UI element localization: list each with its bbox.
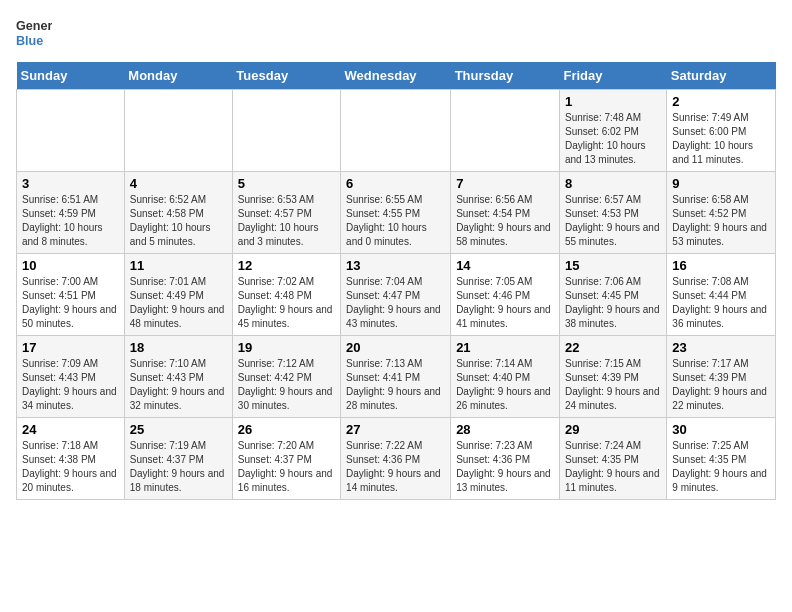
day-info: Sunrise: 6:55 AM Sunset: 4:55 PM Dayligh…	[346, 193, 445, 249]
calendar-cell: 3Sunrise: 6:51 AM Sunset: 4:59 PM Daylig…	[17, 172, 125, 254]
day-info: Sunrise: 7:10 AM Sunset: 4:43 PM Dayligh…	[130, 357, 227, 413]
calendar-cell	[341, 90, 451, 172]
calendar-cell: 9Sunrise: 6:58 AM Sunset: 4:52 PM Daylig…	[667, 172, 776, 254]
day-number: 19	[238, 340, 335, 355]
week-row-4: 24Sunrise: 7:18 AM Sunset: 4:38 PM Dayli…	[17, 418, 776, 500]
day-number: 13	[346, 258, 445, 273]
calendar-cell	[232, 90, 340, 172]
day-info: Sunrise: 7:24 AM Sunset: 4:35 PM Dayligh…	[565, 439, 661, 495]
day-info: Sunrise: 6:52 AM Sunset: 4:58 PM Dayligh…	[130, 193, 227, 249]
calendar-cell: 19Sunrise: 7:12 AM Sunset: 4:42 PM Dayli…	[232, 336, 340, 418]
week-row-0: 1Sunrise: 7:48 AM Sunset: 6:02 PM Daylig…	[17, 90, 776, 172]
day-info: Sunrise: 7:23 AM Sunset: 4:36 PM Dayligh…	[456, 439, 554, 495]
day-info: Sunrise: 6:56 AM Sunset: 4:54 PM Dayligh…	[456, 193, 554, 249]
calendar-cell: 21Sunrise: 7:14 AM Sunset: 4:40 PM Dayli…	[451, 336, 560, 418]
day-number: 28	[456, 422, 554, 437]
header-wednesday: Wednesday	[341, 62, 451, 90]
day-info: Sunrise: 7:04 AM Sunset: 4:47 PM Dayligh…	[346, 275, 445, 331]
calendar-cell: 5Sunrise: 6:53 AM Sunset: 4:57 PM Daylig…	[232, 172, 340, 254]
calendar-cell: 7Sunrise: 6:56 AM Sunset: 4:54 PM Daylig…	[451, 172, 560, 254]
calendar-cell: 29Sunrise: 7:24 AM Sunset: 4:35 PM Dayli…	[559, 418, 666, 500]
day-number: 29	[565, 422, 661, 437]
day-info: Sunrise: 7:22 AM Sunset: 4:36 PM Dayligh…	[346, 439, 445, 495]
calendar-cell: 18Sunrise: 7:10 AM Sunset: 4:43 PM Dayli…	[124, 336, 232, 418]
logo-icon: GeneralBlue	[16, 16, 52, 52]
day-info: Sunrise: 7:49 AM Sunset: 6:00 PM Dayligh…	[672, 111, 770, 167]
day-info: Sunrise: 7:18 AM Sunset: 4:38 PM Dayligh…	[22, 439, 119, 495]
day-number: 2	[672, 94, 770, 109]
week-row-2: 10Sunrise: 7:00 AM Sunset: 4:51 PM Dayli…	[17, 254, 776, 336]
calendar-cell: 8Sunrise: 6:57 AM Sunset: 4:53 PM Daylig…	[559, 172, 666, 254]
day-info: Sunrise: 7:00 AM Sunset: 4:51 PM Dayligh…	[22, 275, 119, 331]
day-number: 4	[130, 176, 227, 191]
calendar-cell: 4Sunrise: 6:52 AM Sunset: 4:58 PM Daylig…	[124, 172, 232, 254]
day-number: 26	[238, 422, 335, 437]
day-info: Sunrise: 6:57 AM Sunset: 4:53 PM Dayligh…	[565, 193, 661, 249]
day-number: 9	[672, 176, 770, 191]
day-info: Sunrise: 7:20 AM Sunset: 4:37 PM Dayligh…	[238, 439, 335, 495]
day-info: Sunrise: 7:06 AM Sunset: 4:45 PM Dayligh…	[565, 275, 661, 331]
day-info: Sunrise: 7:13 AM Sunset: 4:41 PM Dayligh…	[346, 357, 445, 413]
day-number: 30	[672, 422, 770, 437]
calendar-cell: 28Sunrise: 7:23 AM Sunset: 4:36 PM Dayli…	[451, 418, 560, 500]
day-number: 8	[565, 176, 661, 191]
calendar-cell: 17Sunrise: 7:09 AM Sunset: 4:43 PM Dayli…	[17, 336, 125, 418]
svg-text:Blue: Blue	[16, 34, 43, 48]
calendar-header-row: SundayMondayTuesdayWednesdayThursdayFrid…	[17, 62, 776, 90]
header-sunday: Sunday	[17, 62, 125, 90]
calendar-cell: 20Sunrise: 7:13 AM Sunset: 4:41 PM Dayli…	[341, 336, 451, 418]
day-number: 15	[565, 258, 661, 273]
day-number: 5	[238, 176, 335, 191]
day-info: Sunrise: 7:02 AM Sunset: 4:48 PM Dayligh…	[238, 275, 335, 331]
calendar-cell: 22Sunrise: 7:15 AM Sunset: 4:39 PM Dayli…	[559, 336, 666, 418]
day-number: 27	[346, 422, 445, 437]
day-info: Sunrise: 7:12 AM Sunset: 4:42 PM Dayligh…	[238, 357, 335, 413]
calendar-cell: 26Sunrise: 7:20 AM Sunset: 4:37 PM Dayli…	[232, 418, 340, 500]
day-info: Sunrise: 7:48 AM Sunset: 6:02 PM Dayligh…	[565, 111, 661, 167]
day-number: 18	[130, 340, 227, 355]
day-info: Sunrise: 7:09 AM Sunset: 4:43 PM Dayligh…	[22, 357, 119, 413]
week-row-3: 17Sunrise: 7:09 AM Sunset: 4:43 PM Dayli…	[17, 336, 776, 418]
day-number: 17	[22, 340, 119, 355]
day-info: Sunrise: 7:15 AM Sunset: 4:39 PM Dayligh…	[565, 357, 661, 413]
week-row-1: 3Sunrise: 6:51 AM Sunset: 4:59 PM Daylig…	[17, 172, 776, 254]
day-info: Sunrise: 7:08 AM Sunset: 4:44 PM Dayligh…	[672, 275, 770, 331]
day-info: Sunrise: 7:14 AM Sunset: 4:40 PM Dayligh…	[456, 357, 554, 413]
day-number: 23	[672, 340, 770, 355]
calendar-table: SundayMondayTuesdayWednesdayThursdayFrid…	[16, 62, 776, 500]
calendar-cell	[124, 90, 232, 172]
day-number: 11	[130, 258, 227, 273]
day-number: 10	[22, 258, 119, 273]
calendar-cell: 24Sunrise: 7:18 AM Sunset: 4:38 PM Dayli…	[17, 418, 125, 500]
calendar-cell	[17, 90, 125, 172]
header-thursday: Thursday	[451, 62, 560, 90]
day-number: 6	[346, 176, 445, 191]
day-info: Sunrise: 6:51 AM Sunset: 4:59 PM Dayligh…	[22, 193, 119, 249]
day-number: 25	[130, 422, 227, 437]
calendar-cell: 14Sunrise: 7:05 AM Sunset: 4:46 PM Dayli…	[451, 254, 560, 336]
calendar-cell: 2Sunrise: 7:49 AM Sunset: 6:00 PM Daylig…	[667, 90, 776, 172]
day-info: Sunrise: 7:05 AM Sunset: 4:46 PM Dayligh…	[456, 275, 554, 331]
calendar-cell: 27Sunrise: 7:22 AM Sunset: 4:36 PM Dayli…	[341, 418, 451, 500]
day-number: 14	[456, 258, 554, 273]
calendar-cell	[451, 90, 560, 172]
day-number: 24	[22, 422, 119, 437]
day-info: Sunrise: 6:58 AM Sunset: 4:52 PM Dayligh…	[672, 193, 770, 249]
calendar-cell: 10Sunrise: 7:00 AM Sunset: 4:51 PM Dayli…	[17, 254, 125, 336]
day-number: 21	[456, 340, 554, 355]
day-info: Sunrise: 7:17 AM Sunset: 4:39 PM Dayligh…	[672, 357, 770, 413]
calendar-cell: 30Sunrise: 7:25 AM Sunset: 4:35 PM Dayli…	[667, 418, 776, 500]
day-number: 22	[565, 340, 661, 355]
day-info: Sunrise: 7:25 AM Sunset: 4:35 PM Dayligh…	[672, 439, 770, 495]
calendar-cell: 1Sunrise: 7:48 AM Sunset: 6:02 PM Daylig…	[559, 90, 666, 172]
day-number: 7	[456, 176, 554, 191]
day-info: Sunrise: 6:53 AM Sunset: 4:57 PM Dayligh…	[238, 193, 335, 249]
logo: GeneralBlue	[16, 16, 52, 52]
header-saturday: Saturday	[667, 62, 776, 90]
calendar-cell: 13Sunrise: 7:04 AM Sunset: 4:47 PM Dayli…	[341, 254, 451, 336]
day-number: 16	[672, 258, 770, 273]
calendar-cell: 15Sunrise: 7:06 AM Sunset: 4:45 PM Dayli…	[559, 254, 666, 336]
svg-text:General: General	[16, 19, 52, 33]
header: GeneralBlue	[16, 16, 776, 52]
day-number: 3	[22, 176, 119, 191]
